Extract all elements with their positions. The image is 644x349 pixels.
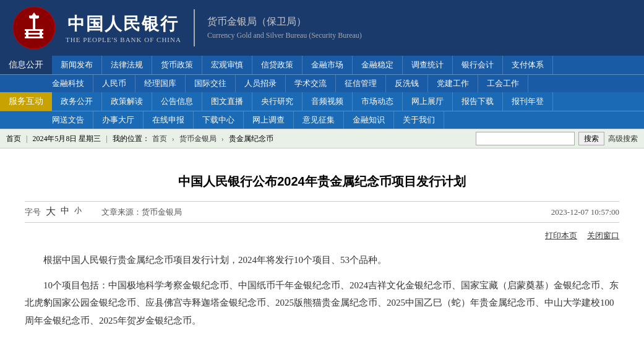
- search-input[interactable]: [476, 132, 575, 145]
- breadcrumb-bar: 首页 | 2024年5月8日 星期三 | 我的位置： 首页 › 货币金银局 › …: [0, 129, 644, 149]
- bc-sep2: |: [106, 134, 107, 144]
- bc-home[interactable]: 首页: [152, 134, 167, 144]
- nav-link-law[interactable]: 法律法规: [102, 56, 152, 74]
- nav-row1: 信息公开 新闻发布 法律法规 货币政策 宏观审慎 信贷政策 金融市场 金融稳定 …: [0, 56, 644, 74]
- font-size-buttons: 大 中 小: [45, 205, 83, 218]
- nav-link-survey2[interactable]: 网上调查: [244, 111, 294, 129]
- nav-row2-links: 金融科技 人民币 经理国库 国际交往 人员招录 学术交流 征信管理 反洗钱 党建…: [43, 75, 644, 92]
- breadcrumb-date: 2024年5月8日 星期三: [32, 134, 101, 144]
- nav-link-aml[interactable]: 反洗钱: [386, 75, 428, 92]
- nav-link-about[interactable]: 关于我们: [394, 111, 444, 129]
- nav-link-reports[interactable]: 报告下载: [453, 92, 503, 111]
- source-value: 货币金银局: [142, 207, 182, 217]
- logo-area: 中国人民银行 THE PEOPLE'S BANK OF CHINA: [12, 6, 181, 50]
- nav-link-financial-market[interactable]: 金融市场: [303, 56, 353, 74]
- article-body: 根据中国人民银行贵金属纪念币项目发行计划，2024年将发行10个项目、53个品种…: [25, 251, 619, 329]
- svg-rect-8: [40, 29, 42, 38]
- nav-row2: 金融科技 人民币 经理国库 国际交往 人员招录 学术交流 征信管理 反洗钱 党建…: [0, 75, 644, 92]
- nav-link-periodical[interactable]: 报刊年登: [503, 92, 553, 111]
- nav-link-online-report[interactable]: 在线申报: [144, 111, 194, 129]
- nav-link-research[interactable]: 央行研究: [252, 92, 303, 111]
- home-link[interactable]: 首页: [6, 134, 21, 144]
- svg-rect-7: [26, 29, 28, 38]
- nav-link-download[interactable]: 下载中心: [194, 111, 244, 129]
- bank-name-cn: 中国人民银行: [67, 12, 179, 36]
- nav-section-services: 服务互动: [0, 92, 52, 111]
- logo-text: 中国人民银行 THE PEOPLE'S BANK OF CHINA: [66, 12, 181, 43]
- nav-link-live[interactable]: 图文直播: [202, 92, 252, 111]
- nav-link-credit-mgmt[interactable]: 征信管理: [336, 75, 386, 92]
- article-actions: 打印本页 关闭窗口: [25, 230, 619, 241]
- nav-link-online-hall[interactable]: 网上展厅: [403, 92, 453, 111]
- bank-name-en: THE PEOPLE'S BANK OF CHINA: [66, 36, 181, 43]
- nav-row1-links: 新闻发布 法律法规 货币政策 宏观审慎 信贷政策 金融市场 金融稳定 调查统计 …: [52, 56, 644, 74]
- nav-link-gov-affairs[interactable]: 政务公开: [52, 92, 102, 111]
- nav-link-announcement[interactable]: 公告信息: [152, 92, 202, 111]
- nav-link-macro[interactable]: 宏观审慎: [202, 56, 252, 74]
- bc-current: 贵金属纪念币: [229, 134, 273, 144]
- nav-link-credit[interactable]: 信贷政策: [252, 56, 303, 74]
- font-medium-button[interactable]: 中: [59, 205, 71, 218]
- nav-link-recruit[interactable]: 人员招录: [236, 75, 286, 92]
- bc-arrow2: ›: [221, 134, 224, 144]
- font-size-label: 字号: [25, 207, 41, 218]
- bc-sep1: |: [26, 134, 27, 144]
- nav-link-audio[interactable]: 音频视频: [303, 92, 353, 111]
- navigation: 信息公开 新闻发布 法律法规 货币政策 宏观审慎 信贷政策 金融市场 金融稳定 …: [0, 56, 644, 129]
- font-large-button[interactable]: 大: [45, 205, 57, 218]
- nav-link-academic[interactable]: 学术交流: [286, 75, 336, 92]
- nav-link-service-hall[interactable]: 办事大厅: [93, 111, 144, 129]
- nav-link-banking-accounting[interactable]: 银行会计: [453, 56, 503, 74]
- bc-bureau[interactable]: 货币金银局: [179, 134, 217, 144]
- nav-row3: 服务互动 政务公开 政策解读 公告信息 图文直播 央行研究 音频视频 市场动态 …: [0, 92, 644, 111]
- source-label: 文章来源：: [101, 207, 142, 217]
- nav-link-fintech[interactable]: 金融科技: [43, 75, 93, 92]
- nav-link-intl[interactable]: 国际交往: [186, 75, 236, 92]
- article-paragraph-1: 根据中国人民银行贵金属纪念币项目发行计划，2024年将发行10个项目、53个品种…: [25, 251, 619, 269]
- nav-row3-links: 政务公开 政策解读 公告信息 图文直播 央行研究 音频视频 市场动态 网上展厅 …: [52, 92, 644, 111]
- nav-link-party[interactable]: 党建工作: [428, 75, 478, 92]
- nav-link-market[interactable]: 市场动态: [353, 92, 403, 111]
- article-date: 2023-12-07 10:57:00: [551, 207, 619, 217]
- font-small-button[interactable]: 小: [73, 205, 83, 218]
- nav-section-information: 信息公开: [0, 56, 52, 74]
- bureau-name-cn: 货币金银局（保卫局）: [207, 15, 362, 28]
- location-label: 我的位置：: [113, 134, 150, 144]
- search-area: 搜索 高级搜索: [476, 132, 638, 145]
- advanced-search-link[interactable]: 高级搜索: [608, 134, 638, 144]
- bureau-name-en: Currency Gold and Silver Bureau (Securit…: [207, 31, 362, 40]
- nav-link-survey[interactable]: 调查统计: [403, 56, 453, 74]
- bc-arrow1: ›: [172, 134, 174, 144]
- nav-link-financial-stability[interactable]: 金融稳定: [353, 56, 403, 74]
- nav-link-news[interactable]: 新闻发布: [52, 56, 102, 74]
- article-title: 中国人民银行公布2024年贵金属纪念币项目发行计划: [25, 173, 619, 190]
- nav-link-policy-interp[interactable]: 政策解读: [102, 92, 152, 111]
- nav-link-send-msg[interactable]: 网送文告: [43, 111, 93, 129]
- search-button[interactable]: 搜索: [578, 132, 604, 145]
- article-meta: 字号 大 中 小 文章来源：货币金银局 2023-12-07 10:57:00: [25, 201, 619, 223]
- print-button[interactable]: 打印本页: [545, 230, 577, 241]
- close-button[interactable]: 关闭窗口: [587, 230, 619, 241]
- article-source: 文章来源：货币金银局: [101, 207, 182, 218]
- header: 中国人民银行 THE PEOPLE'S BANK OF CHINA 货币金银局（…: [0, 0, 644, 56]
- nav-link-fin-knowledge[interactable]: 金融知识: [344, 111, 394, 129]
- nav-link-treasury[interactable]: 经理国库: [135, 75, 186, 92]
- nav-link-rmb[interactable]: 人民币: [93, 75, 135, 92]
- nav-link-feedback[interactable]: 意见征集: [294, 111, 344, 129]
- article-paragraph-2: 10个项目包括：中国极地科学考察金银纪念币、中国纸币千年金银纪念币、2024吉祥…: [25, 277, 619, 330]
- nav-link-payment[interactable]: 支付体系: [503, 56, 553, 74]
- header-divider: [194, 9, 195, 46]
- nav-row4: 网送文告 办事大厅 在线申报 下载中心 网上调查 意见征集 金融知识 关于我们: [0, 111, 644, 129]
- bureau-info: 货币金银局（保卫局） Currency Gold and Silver Bure…: [207, 15, 362, 40]
- bank-emblem-icon: [12, 6, 56, 50]
- nav-link-monetary[interactable]: 货币政策: [152, 56, 202, 74]
- nav-link-union[interactable]: 工会工作: [478, 75, 528, 92]
- content-area: 中国人民银行公布2024年贵金属纪念币项目发行计划 字号 大 中 小 文章来源：…: [0, 149, 644, 349]
- nav-row4-links: 网送文告 办事大厅 在线申报 下载中心 网上调查 意见征集 金融知识 关于我们: [43, 111, 644, 129]
